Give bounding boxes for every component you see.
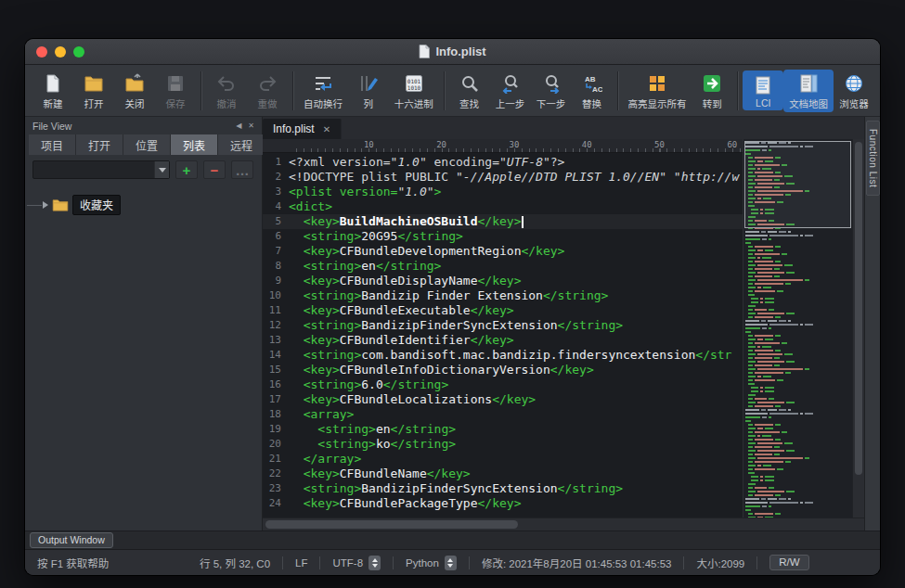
minimap-token <box>755 342 779 344</box>
sidebar-tab-remote[interactable]: 远程 <box>218 134 265 155</box>
sidebar-tab-open[interactable]: 打开 <box>76 134 123 155</box>
line-number: 22 <box>263 467 289 481</box>
minimize-window-button[interactable] <box>55 46 66 58</box>
horizontal-scrollbar[interactable] <box>263 518 864 530</box>
toolbar-button-new-file[interactable]: 新建 <box>32 70 73 112</box>
minimap-token <box>745 231 759 233</box>
zoom-window-button[interactable] <box>73 46 84 58</box>
minimap-token <box>805 457 809 459</box>
expand-arrow-icon[interactable] <box>43 201 48 209</box>
minimap-token <box>775 350 781 352</box>
replace-icon: ABAC <box>580 72 604 96</box>
minimap-token <box>745 235 768 236</box>
statusbar-read-write[interactable]: R/W <box>757 555 821 570</box>
editor-tab-info-plist[interactable]: Info.plist ✕ <box>263 119 342 139</box>
toolbar-button-close-folder[interactable]: 关闭 <box>114 70 155 112</box>
toolbar-button-hex[interactable]: 01011010十六进制 <box>389 70 439 112</box>
vertical-scrollbar-thumb[interactable] <box>855 142 862 475</box>
toolbar-button-highlight-all[interactable]: 高亮显示所有 <box>623 70 692 112</box>
minimap-token <box>748 283 753 285</box>
toolbar-button-doc-map[interactable]: 文档地图 <box>783 70 834 112</box>
minimap-token <box>748 483 756 485</box>
minimap-token <box>757 353 782 355</box>
toolbar-button-redo[interactable]: 重做 <box>247 70 288 112</box>
line-content: <key>CFBundleName</key> <box>289 467 471 481</box>
stepper-icon[interactable] <box>445 556 457 570</box>
line-number: 15 <box>263 363 289 377</box>
remove-favorite-button[interactable]: − <box>203 160 226 179</box>
minimap-token <box>757 428 762 429</box>
line-number: 1 <box>263 155 289 170</box>
tab-close-icon[interactable]: ✕ <box>323 124 330 134</box>
toolbar-button-label: 文档地图 <box>789 96 828 110</box>
sidebar-tab-list[interactable]: 列表 <box>171 134 218 155</box>
minimap-token <box>755 290 775 292</box>
tree-item[interactable]: 收藏夹 <box>27 196 256 214</box>
minimap-token <box>748 491 756 492</box>
minimap-token <box>765 476 773 478</box>
minimap-token <box>748 275 753 277</box>
line-number: 2 <box>263 170 289 185</box>
horizontal-scrollbar-thumb[interactable] <box>265 520 518 529</box>
minimap-token <box>757 272 783 274</box>
minimap-token <box>786 491 795 492</box>
minimap-token <box>761 498 766 500</box>
minimap-token <box>748 424 753 426</box>
ruler-mark: 10 <box>364 140 374 149</box>
toolbar-button-lci[interactable]: LCI <box>743 70 783 110</box>
minimap-token <box>768 409 778 411</box>
stepper-icon[interactable] <box>368 556 381 570</box>
close-window-button[interactable] <box>36 46 47 58</box>
toolbar-button-label: 重做 <box>258 96 278 110</box>
toolbar-button-label: 十六进制 <box>394 96 433 110</box>
toolbar-button-search[interactable]: 查找 <box>449 70 490 112</box>
sidebar-tab-project[interactable]: 项目 <box>29 134 76 155</box>
minimap-token <box>775 513 781 515</box>
toolbar-button-replace[interactable]: ABAC替换 <box>572 70 613 112</box>
toolbar-button-goto[interactable]: 转到 <box>692 70 732 112</box>
minimap-token <box>755 364 772 366</box>
minimap-token <box>748 313 756 314</box>
minimap-token <box>805 413 813 415</box>
minimap-token <box>760 301 763 303</box>
minimap-token <box>805 235 813 236</box>
line-content: <key>CFBundlePackageType</key> <box>289 496 521 511</box>
close-panel-icon[interactable]: ✕ <box>248 121 254 130</box>
minimap-token <box>763 376 771 377</box>
line-content: <key>CFBundleDevelopmentRegion</key> <box>289 244 564 259</box>
more-options-button[interactable]: … <box>231 160 253 179</box>
sidebar-tab-location[interactable]: 位置 <box>123 134 171 155</box>
toolbar-button-search-prev[interactable]: 上一步 <box>490 70 531 112</box>
document-map[interactable] <box>743 139 852 518</box>
minimap-viewport[interactable] <box>744 141 851 228</box>
minimap-token <box>757 313 783 314</box>
line-number: 20 <box>263 437 289 452</box>
statusbar-syntax-mode[interactable]: Python <box>394 556 469 570</box>
toolbar-separator <box>292 71 293 110</box>
minimap-token <box>748 517 756 518</box>
minimap-token <box>769 416 771 418</box>
output-window-button[interactable]: Output Window <box>30 532 113 548</box>
ruler-mark: 60 <box>727 140 737 149</box>
collapse-panel-icon[interactable]: ◀ <box>236 121 241 130</box>
toolbar-button-open-folder[interactable]: 打开 <box>73 70 114 112</box>
toolbar-button-undo[interactable]: 撤消 <box>206 70 247 112</box>
minimap-token <box>755 357 772 359</box>
statusbar-encoding[interactable]: UTF-8 <box>320 556 393 570</box>
minimap-token <box>748 268 753 270</box>
toolbar-button-column-pen[interactable]: 列 <box>348 70 389 112</box>
toolbar-button-search-next[interactable]: 下一步 <box>531 70 572 112</box>
toolbar-separator <box>200 71 201 110</box>
toolbar-button-word-wrap[interactable]: 自动换行 <box>298 70 348 112</box>
favorites-dropdown[interactable] <box>32 160 170 179</box>
minimap-token <box>800 413 803 415</box>
add-favorite-button[interactable]: + <box>175 160 198 179</box>
function-list-tab[interactable]: Function List <box>866 121 880 196</box>
titlebar[interactable]: Info.plist <box>25 39 880 65</box>
toolbar-button-browser[interactable]: 浏览器 <box>834 70 874 112</box>
statusbar-read-write-text[interactable]: R/W <box>769 555 808 570</box>
vertical-scrollbar[interactable] <box>852 139 864 518</box>
toolbar-button-label: LCI <box>756 97 770 109</box>
column-pen-icon <box>356 72 381 96</box>
toolbar-button-save[interactable]: 保存 <box>155 70 196 112</box>
